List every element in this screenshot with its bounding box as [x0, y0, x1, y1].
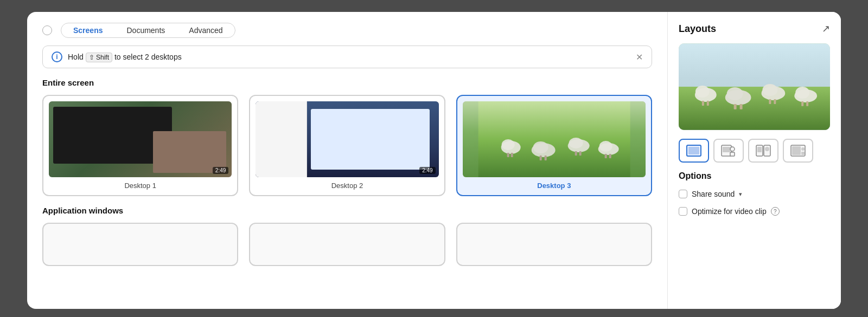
tab-screens[interactable]: Screens [61, 23, 114, 37]
svg-point-44 [765, 147, 769, 151]
svg-point-6 [533, 141, 548, 153]
desktop-1-label: Desktop 1 [124, 182, 156, 190]
application-windows-label: Application windows [42, 206, 652, 215]
info-banner: i Hold ⇧ Shift to select 2 desktops ✕ [42, 46, 652, 68]
layout-preview-svg [679, 43, 830, 130]
tab-advanced[interactable]: Advanced [177, 23, 234, 37]
svg-point-28 [762, 84, 777, 96]
desktop-2-timer: 2:49 [419, 167, 435, 174]
app-grid [42, 223, 652, 266]
info-icon: i [52, 51, 62, 62]
tab-documents[interactable]: Documents [114, 23, 177, 37]
layout-btn-presenter[interactable] [783, 139, 813, 163]
desktop-2-label: Desktop 2 [331, 182, 363, 190]
options-title: Options [679, 171, 830, 181]
svg-point-32 [795, 87, 809, 99]
desktop-3-label: Desktop 3 [537, 182, 571, 190]
svg-rect-15 [604, 154, 607, 158]
svg-rect-43 [757, 147, 762, 152]
optimize-video-question-icon[interactable]: ? [771, 207, 780, 216]
left-panel: Screens Documents Advanced i Hold ⇧ Shif… [27, 12, 667, 309]
svg-rect-25 [734, 104, 737, 109]
share-sound-label: Share sound [692, 190, 735, 198]
svg-point-20 [695, 86, 710, 98]
share-sound-checkbox[interactable] [679, 190, 687, 198]
svg-rect-48 [801, 152, 805, 155]
screen-grid: 2:49 Desktop 1 2:49 Desktop 2 [42, 95, 652, 196]
svg-rect-7 [539, 156, 541, 160]
svg-rect-40 [730, 152, 735, 156]
desktop-1-card[interactable]: 2:49 Desktop 1 [42, 95, 238, 196]
svg-rect-38 [723, 147, 730, 152]
optimize-video-row: Optimize for video clip ? [679, 207, 830, 216]
desktop-3-thumb [463, 101, 646, 177]
optimize-video-label: Optimize for video clip [692, 207, 767, 216]
desktop-1-timer: 2:49 [213, 167, 228, 174]
modal-header-row: Screens Documents Advanced [42, 23, 652, 38]
right-panel: Layouts ↗ [667, 12, 841, 309]
entire-screen-label: Entire screen [42, 78, 652, 87]
svg-rect-11 [575, 151, 577, 156]
info-text: Hold ⇧ Shift to select 2 desktops [68, 53, 182, 61]
screen-share-modal: Screens Documents Advanced i Hold ⇧ Shif… [27, 12, 841, 309]
expand-icon[interactable]: ↗ [822, 23, 830, 35]
desktop-3-card[interactable]: Desktop 3 [456, 95, 652, 196]
svg-rect-4 [510, 153, 513, 157]
share-sound-row: Share sound ▾ [679, 190, 830, 198]
svg-point-47 [801, 147, 805, 151]
app-card-2[interactable] [249, 223, 445, 266]
layout-preview [679, 43, 830, 130]
close-circle-button[interactable] [42, 25, 52, 35]
desktop-1-thumb: 2:49 [49, 101, 232, 177]
svg-point-2 [501, 139, 514, 150]
desktop-2-card[interactable]: 2:49 Desktop 2 [249, 95, 445, 196]
svg-rect-34 [806, 101, 808, 106]
right-header: Layouts ↗ [679, 23, 830, 35]
layout-btn-screen-with-person[interactable] [713, 139, 744, 163]
svg-rect-21 [702, 101, 704, 106]
desktop-2-thumb: 2:49 [256, 101, 438, 177]
svg-rect-16 [609, 154, 611, 158]
svg-rect-36 [688, 147, 699, 154]
svg-rect-30 [774, 99, 776, 104]
svg-rect-33 [801, 101, 803, 106]
svg-rect-8 [544, 156, 546, 160]
shift-key: ⇧ Shift [86, 53, 112, 62]
svg-rect-22 [707, 101, 709, 106]
layout-btn-screen-only[interactable] [679, 139, 709, 163]
svg-rect-3 [507, 153, 509, 157]
svg-rect-46 [792, 146, 801, 155]
svg-rect-26 [740, 104, 743, 109]
layout-buttons [679, 139, 830, 163]
svg-rect-0 [478, 101, 630, 177]
layout-btn-side-by-side[interactable] [748, 139, 778, 163]
svg-point-10 [569, 138, 583, 148]
svg-rect-12 [579, 151, 581, 156]
app-card-3[interactable] [456, 223, 652, 266]
share-sound-chevron[interactable]: ▾ [739, 191, 742, 198]
svg-rect-29 [769, 99, 771, 104]
desktop-3-sheep-svg [463, 101, 646, 177]
svg-point-24 [727, 87, 743, 100]
optimize-video-checkbox[interactable] [679, 207, 687, 216]
app-card-1[interactable] [42, 223, 238, 266]
svg-point-39 [730, 147, 735, 151]
tab-bar: Screens Documents Advanced [61, 23, 235, 38]
svg-point-14 [599, 141, 612, 152]
layouts-title: Layouts [679, 23, 716, 35]
banner-close-icon[interactable]: ✕ [636, 52, 643, 62]
